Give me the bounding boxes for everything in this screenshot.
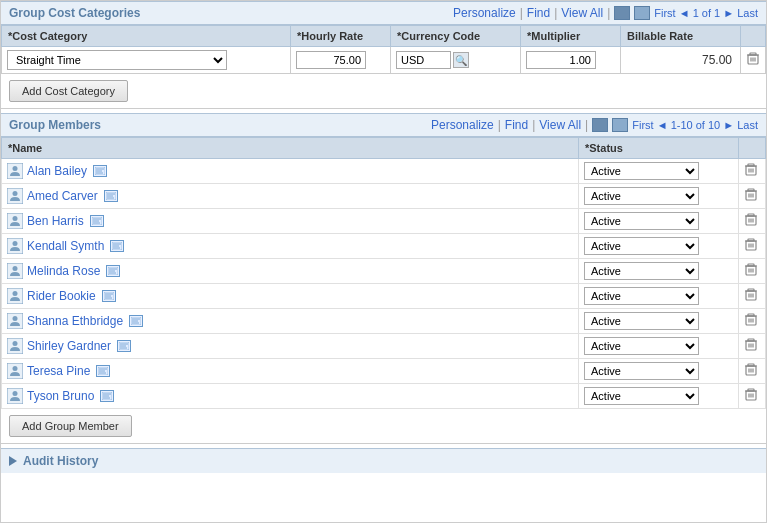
cost-grid-icon[interactable] [614, 6, 630, 20]
svg-point-43 [13, 241, 18, 246]
member-edit-icon[interactable] [102, 290, 116, 302]
member-name-cell: Shirley Gardner [2, 334, 579, 359]
svg-rect-5 [750, 53, 756, 55]
member-delete-icon[interactable] [744, 388, 758, 402]
member-name-link[interactable]: Tyson Bruno [27, 389, 94, 403]
member-edit-icon[interactable] [104, 190, 118, 202]
member-status-select[interactable]: ActiveInactive [584, 337, 699, 355]
member-status-select[interactable]: ActiveInactive [584, 312, 699, 330]
member-status-cell: ActiveInactive [579, 309, 739, 334]
member-name-link[interactable]: Ben Harris [27, 214, 84, 228]
cost-row-1: Straight Time 🔍 75.00 [2, 47, 766, 74]
svg-rect-29 [748, 189, 754, 191]
multiplier-cell [521, 47, 621, 74]
members-first-link[interactable]: First [632, 119, 653, 131]
members-next-arrow[interactable]: ► [723, 119, 734, 131]
add-cost-category-button[interactable]: Add Cost Category [9, 80, 128, 102]
member-delete-icon[interactable] [744, 238, 758, 252]
cost-next-arrow[interactable]: ► [723, 7, 734, 19]
member-delete-cell [739, 209, 766, 234]
member-row: Teresa PineActiveInactive [2, 359, 766, 384]
member-status-cell: ActiveInactive [579, 284, 739, 309]
hourly-rate-cell [291, 47, 391, 74]
members-find-link[interactable]: Find [505, 118, 528, 132]
member-edit-icon[interactable] [100, 390, 114, 402]
member-name-link[interactable]: Kendall Symth [27, 239, 104, 253]
members-prev-arrow[interactable]: ◄ [657, 119, 668, 131]
member-status-cell: ActiveInactive [579, 259, 739, 284]
member-delete-icon[interactable] [744, 188, 758, 202]
member-row: Tyson BrunoActiveInactive [2, 384, 766, 409]
member-status-select[interactable]: ActiveInactive [584, 162, 699, 180]
member-edit-icon[interactable] [117, 340, 131, 352]
member-name-link[interactable]: Teresa Pine [27, 364, 90, 378]
member-delete-icon[interactable] [744, 363, 758, 377]
member-delete-cell [739, 159, 766, 184]
member-name-link[interactable]: Shanna Ethbridge [27, 314, 123, 328]
member-name-link[interactable]: Alan Bailey [27, 164, 87, 178]
audit-expand-icon[interactable] [9, 456, 17, 466]
member-status-cell: ActiveInactive [579, 334, 739, 359]
member-status-select[interactable]: ActiveInactive [584, 287, 699, 305]
member-edit-icon[interactable] [110, 240, 124, 252]
cost-delete-icon[interactable] [746, 52, 760, 66]
members-last-link[interactable]: Last [737, 119, 758, 131]
member-delete-icon[interactable] [744, 213, 758, 227]
member-delete-icon[interactable] [744, 288, 758, 302]
member-status-cell: ActiveInactive [579, 159, 739, 184]
member-row: Ben HarrisActiveInactive [2, 209, 766, 234]
member-status-select[interactable]: ActiveInactive [584, 262, 699, 280]
members-page-info: 1-10 of 10 [671, 119, 721, 131]
member-delete-icon[interactable] [744, 163, 758, 177]
cost-last-link[interactable]: Last [737, 7, 758, 19]
member-status-select[interactable]: ActiveInactive [584, 237, 699, 255]
member-edit-icon[interactable] [93, 165, 107, 177]
member-name-link[interactable]: Amed Carver [27, 189, 98, 203]
member-name-link[interactable]: Melinda Rose [27, 264, 100, 278]
member-edit-icon[interactable] [106, 265, 120, 277]
member-row: Shanna EthbridgeActiveInactive [2, 309, 766, 334]
member-edit-icon[interactable] [96, 365, 110, 377]
cost-category-select[interactable]: Straight Time [7, 50, 227, 70]
members-personalize-link[interactable]: Personalize [431, 118, 494, 132]
member-name-link[interactable]: Shirley Gardner [27, 339, 111, 353]
cost-prev-arrow[interactable]: ◄ [679, 7, 690, 19]
member-delete-cell [739, 284, 766, 309]
member-delete-icon[interactable] [744, 263, 758, 277]
hourly-rate-input[interactable] [296, 51, 366, 69]
cost-first-link[interactable]: First [654, 7, 675, 19]
member-delete-icon[interactable] [744, 313, 758, 327]
member-edit-icon[interactable] [90, 215, 104, 227]
member-name-link[interactable]: Rider Bookie [27, 289, 96, 303]
cost-personalize-link[interactable]: Personalize [453, 6, 516, 20]
svg-rect-113 [748, 364, 754, 366]
member-status-select[interactable]: ActiveInactive [584, 387, 699, 405]
multiplier-input[interactable] [526, 51, 596, 69]
member-delete-cell [739, 309, 766, 334]
cost-delete-cell [741, 47, 766, 74]
currency-code-cell: 🔍 [391, 47, 521, 74]
person-icon [7, 163, 23, 179]
svg-point-79 [13, 316, 18, 321]
col-member-status: *Status [579, 138, 739, 159]
cost-viewall-link[interactable]: View All [561, 6, 603, 20]
add-group-member-button[interactable]: Add Group Member [9, 415, 132, 437]
col-member-delete [739, 138, 766, 159]
member-row: Shirley GardnerActiveInactive [2, 334, 766, 359]
cost-find-link[interactable]: Find [527, 6, 550, 20]
member-status-select[interactable]: ActiveInactive [584, 187, 699, 205]
member-delete-cell [739, 184, 766, 209]
member-edit-icon[interactable] [129, 315, 143, 327]
members-chart-icon[interactable] [612, 118, 628, 132]
cost-categories-nav: Personalize | Find | View All | First ◄ … [453, 6, 758, 20]
currency-search-button[interactable]: 🔍 [453, 52, 469, 68]
member-delete-icon[interactable] [744, 338, 758, 352]
member-status-cell: ActiveInactive [579, 184, 739, 209]
member-status-select[interactable]: ActiveInactive [584, 212, 699, 230]
members-viewall-link[interactable]: View All [539, 118, 581, 132]
svg-rect-101 [748, 339, 754, 341]
member-status-select[interactable]: ActiveInactive [584, 362, 699, 380]
currency-code-input[interactable] [396, 51, 451, 69]
cost-chart-icon[interactable] [634, 6, 650, 20]
members-grid-icon[interactable] [592, 118, 608, 132]
